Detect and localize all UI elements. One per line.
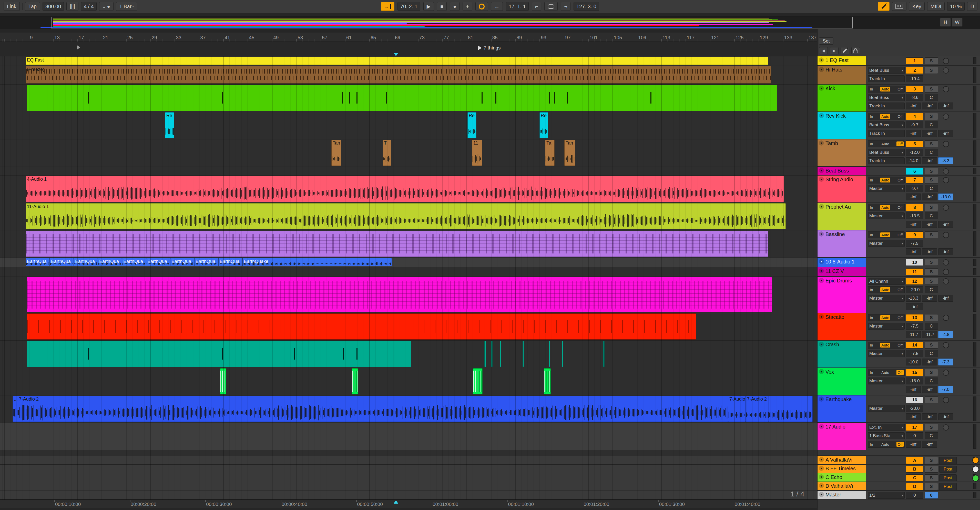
track-row-audio-17[interactable] (0, 423, 817, 450)
clip-audio-8[interactable]: EarthQua (98, 258, 122, 266)
clip-rev-kick[interactable]: Re (468, 112, 476, 138)
routing-dropdown[interactable]: Beat Buss▾ (868, 67, 905, 74)
track-number-badge[interactable]: 0 (924, 492, 938, 499)
fold-icon[interactable]: ▾ (819, 204, 824, 209)
monitor-switch[interactable]: InAutoOff (868, 140, 905, 147)
track-number-badge[interactable]: 7 (906, 176, 923, 183)
value-box[interactable]: C (924, 185, 938, 192)
value-box[interactable]: -inf (938, 103, 953, 110)
track-number-badge[interactable]: 15 (906, 369, 923, 376)
post-toggle[interactable]: Post (939, 457, 957, 464)
clip-earthquake[interactable]: ... 7-Audio 2 (13, 396, 728, 422)
monitor-switch[interactable]: InAutoOff (868, 176, 905, 183)
value-box[interactable]: -7.5 (906, 350, 923, 357)
track-number-badge[interactable]: 14 (906, 342, 923, 348)
value-box[interactable]: -13.5 (906, 213, 923, 219)
fold-icon[interactable]: ▾ (819, 457, 824, 462)
fold-icon[interactable]: ▾ (819, 57, 824, 62)
arm-button[interactable] (939, 424, 952, 431)
solo-button[interactable]: S (924, 168, 938, 175)
track-row-return-b[interactable] (0, 465, 817, 473)
value-box[interactable]: 0 (906, 492, 923, 499)
track-row-vox[interactable] (0, 368, 817, 396)
value-box[interactable]: -inf (906, 221, 921, 228)
routing-dropdown[interactable]: 1/2▾ (868, 492, 905, 499)
routing-dropdown[interactable]: Master▾ (868, 323, 905, 330)
value-box[interactable]: -inf (906, 248, 921, 255)
clip-crash[interactable] (484, 341, 486, 367)
value-box[interactable]: -7.5 (906, 323, 923, 330)
track-header-audio-17[interactable]: ▾17 AudioExt. In▾17S1 Bass Sta▾0CInAutoO… (818, 423, 980, 450)
monitor-off-button[interactable]: Off (896, 287, 904, 292)
computer-midi-keyboard-button[interactable] (892, 2, 907, 11)
track-header-vox[interactable]: ▾VoxInAutoOff15SMaster▾-16.0C-inf-inf-7.… (818, 368, 980, 396)
track-number-badge[interactable]: 13 (906, 314, 923, 321)
clip-tamb[interactable]: Tan (564, 140, 575, 166)
value-box[interactable]: -inf (922, 130, 937, 137)
value-box[interactable]: C (924, 149, 938, 156)
track-name[interactable]: ▾1 EQ Fast (818, 56, 866, 65)
routing-dropdown[interactable]: Master▾ (868, 240, 905, 247)
clip-audio-8[interactable]: EarthQua (218, 258, 242, 266)
input-chooser[interactable]: Track In (868, 103, 905, 110)
track-name[interactable]: ▾Hi Hats (818, 66, 866, 84)
play-button[interactable]: ▶ (423, 2, 434, 11)
midi-map-button[interactable]: MIDI (927, 2, 945, 11)
disk-overload-indicator[interactable]: D (967, 2, 977, 11)
solo-button[interactable]: S (924, 269, 938, 275)
arm-button[interactable] (939, 232, 952, 238)
panel-edge-indicator[interactable] (972, 475, 979, 481)
arm-button[interactable] (939, 205, 952, 211)
tempo-field[interactable]: 300.00 (43, 2, 64, 11)
monitor-in-button[interactable]: In (869, 370, 874, 375)
value-box[interactable]: -inf (922, 103, 937, 110)
track-header-master[interactable]: ▾Master1/2▾00 (818, 491, 980, 499)
value-box[interactable]: -8.3 (938, 157, 953, 164)
arm-button[interactable] (939, 315, 952, 321)
clip-kick[interactable] (27, 85, 777, 111)
value-box[interactable]: -9.7 (906, 185, 923, 192)
track-header-cz-v[interactable]: ▾11 CZ V11S (818, 267, 980, 277)
fold-icon[interactable]: ▾ (819, 483, 824, 488)
draw-mode-button[interactable] (878, 2, 889, 11)
solo-button[interactable]: S (924, 424, 938, 431)
clip-audio-8[interactable]: EarthQua (122, 258, 146, 266)
solo-button[interactable]: S (924, 259, 938, 266)
track-header-stacatto[interactable]: ▾StacattoInAutoOff13SMaster▾-7.5C-11.7-1… (818, 313, 980, 341)
solo-button[interactable]: S (924, 86, 938, 92)
track-number-badge[interactable]: 3 (906, 86, 923, 92)
track-row-hi-hats[interactable]: (Freeze) (0, 66, 817, 84)
re-enable-automation-button[interactable]: ← (491, 2, 503, 11)
arm-button[interactable] (939, 114, 952, 120)
set-locator-button[interactable]: Set (819, 37, 834, 44)
value-box[interactable]: -8.6 (906, 94, 923, 101)
monitor-in-button[interactable]: In (869, 232, 874, 237)
fold-icon[interactable]: ▾ (819, 259, 824, 264)
value-box[interactable]: -12.0 (906, 149, 923, 156)
fold-icon[interactable]: ▾ (819, 396, 824, 402)
track-row-kick[interactable] (0, 84, 817, 112)
clip-earthquake[interactable] (769, 396, 813, 422)
monitor-auto-button[interactable]: Auto (880, 87, 890, 92)
clip-rev-kick[interactable]: Re (165, 112, 174, 138)
track-header-return-a[interactable]: ▾A ValhallaViASPost (818, 456, 980, 465)
arm-button[interactable] (939, 67, 952, 73)
value-box[interactable]: -inf (906, 413, 921, 420)
solo-button[interactable]: S (924, 457, 938, 464)
routing-dropdown[interactable]: Ext. In▾ (868, 424, 905, 431)
value-box[interactable]: -inf (938, 248, 953, 255)
solo-button[interactable]: S (924, 204, 938, 211)
value-box[interactable]: -16.0 (906, 378, 923, 384)
solo-button[interactable]: S (924, 474, 938, 481)
value-box[interactable]: -inf (906, 103, 921, 110)
value-box[interactable]: C (924, 213, 938, 219)
clip-audio-8[interactable]: EarthQuake (242, 258, 392, 266)
track-number-badge[interactable]: D (906, 483, 923, 490)
track-header-kick[interactable]: ▾KickInAutoOff3SBeat Buss▾-8.6CTrack In-… (818, 84, 980, 112)
arm-button[interactable] (939, 269, 952, 275)
fold-icon[interactable]: ▾ (819, 269, 824, 273)
arrangement-overview[interactable] (0, 16, 980, 29)
track-header-return-d[interactable]: ▾D ValhallaViDSPost (818, 482, 980, 491)
value-box[interactable]: C (924, 286, 938, 293)
monitor-in-button[interactable]: In (869, 315, 874, 320)
